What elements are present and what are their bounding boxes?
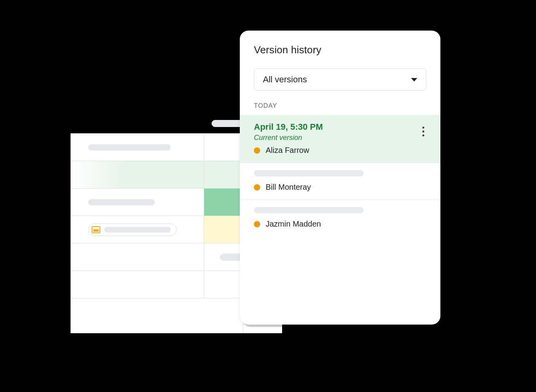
editor-row: Aliza Farrow [254,146,426,155]
editor-color-dot [254,184,260,191]
version-list: April 19, 5:30 PM Current version Aliza … [240,115,440,325]
version-item-current[interactable]: April 19, 5:30 PM Current version Aliza … [240,115,440,163]
panel-header: Version history [240,31,440,63]
editor-name: Bill Monteray [266,183,311,192]
chevron-down-icon [411,78,417,82]
dropdown-label: All versions [263,74,307,85]
version-item[interactable]: Jazmin Madden [240,200,440,236]
more-options-button[interactable] [418,123,429,139]
slides-chip[interactable] [88,223,177,236]
editor-color-dot [254,221,260,227]
slides-icon [92,226,100,233]
placeholder-pill [254,207,364,213]
placeholder-pill [104,227,171,232]
versions-filter-dropdown[interactable]: All versions [254,69,426,91]
placeholder-pill [88,144,170,151]
section-label-today: TODAY [240,91,440,115]
placeholder-pill [88,199,155,205]
editor-color-dot [254,147,260,154]
editor-row: Bill Monteray [254,183,426,192]
version-timestamp: April 19, 5:30 PM [254,122,426,132]
panel-title: Version history [254,44,426,56]
version-history-panel: Version history All versions TODAY April… [240,31,440,325]
version-subtitle: Current version [254,134,426,142]
placeholder-pill [254,170,364,176]
version-item[interactable]: Bill Monteray [240,163,440,200]
editor-row: Jazmin Madden [254,220,426,229]
editor-name: Aliza Farrow [266,146,309,155]
editor-name: Jazmin Madden [266,220,321,229]
